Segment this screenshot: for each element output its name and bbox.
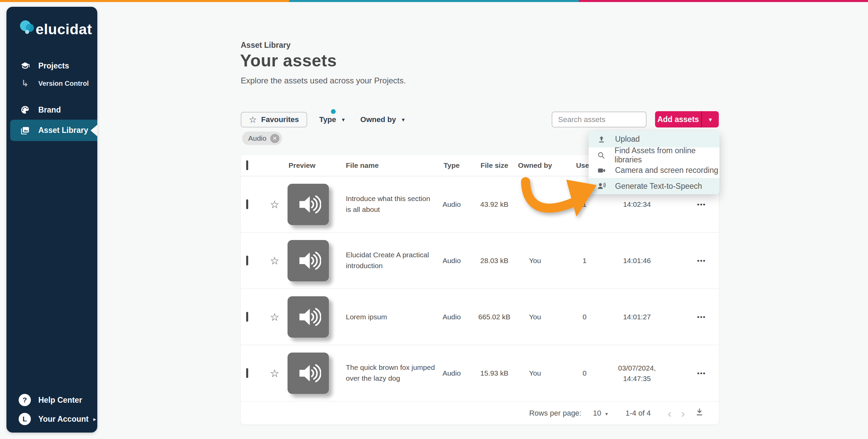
menu-item-label: Find Assets from online libraries <box>615 146 719 164</box>
add-assets-label: Add assets <box>657 115 699 124</box>
file-owner: You <box>515 313 555 321</box>
add-assets-button[interactable]: Add assets <box>655 111 701 127</box>
help-question-icon: ? <box>19 394 31 406</box>
download-icon[interactable] <box>695 408 704 419</box>
add-assets-split-button: Add assets ▾ <box>655 111 719 127</box>
select-all-checkbox[interactable] <box>246 160 248 170</box>
file-uses: 0 <box>564 313 606 321</box>
audio-speaker-icon[interactable] <box>288 184 329 225</box>
col-header-owned-by: Owned by <box>515 161 555 169</box>
filter-bar: ☆ Favourites Type ▾ Owned by ▾ <box>241 112 405 127</box>
owned-by-filter-dropdown[interactable]: Owned by ▾ <box>360 115 405 124</box>
file-owner: You <box>515 257 555 265</box>
audio-speaker-icon[interactable] <box>288 240 329 281</box>
file-size: 665.02 kB <box>472 313 517 321</box>
sidebar-footer: ? Help Center L Your Account ▸ <box>6 391 97 428</box>
your-account-label: Your Account <box>38 415 88 424</box>
search-assets-box <box>552 112 647 127</box>
help-center-label: Help Center <box>38 396 82 405</box>
add-assets-menu: Upload Find Assets from online libraries… <box>589 131 719 194</box>
row-checkbox[interactable] <box>246 312 248 322</box>
row-more-actions-button[interactable]: ••• <box>691 257 712 264</box>
favourite-star-icon[interactable]: ☆ <box>268 255 281 267</box>
row-more-actions-button[interactable]: ••• <box>691 313 712 321</box>
file-name[interactable]: Lorem ipsum <box>346 311 437 322</box>
file-type: Audio <box>431 200 473 208</box>
elucidat-logo[interactable]: elucidat <box>6 7 97 41</box>
sidebar-item-label: Asset Library <box>38 126 88 135</box>
breadcrumb: Asset Library <box>241 41 291 50</box>
previous-page-button[interactable]: ‹ <box>668 407 671 419</box>
table-row: ☆ Lorem ipsum Audio 665.02 kB You 0 14:0… <box>241 289 719 345</box>
image-library-icon <box>20 126 30 135</box>
search-input[interactable] <box>558 115 656 124</box>
file-uses: 1 <box>564 257 606 265</box>
type-filter-dropdown[interactable]: Type ▾ <box>319 115 345 124</box>
favourite-star-icon[interactable]: ☆ <box>268 198 281 211</box>
menu-item-find-assets[interactable]: Find Assets from online libraries <box>589 147 719 163</box>
file-owner: You <box>515 369 555 377</box>
file-type: Audio <box>431 369 473 377</box>
file-name[interactable]: Elucidat Create A practical introduction <box>346 250 437 272</box>
menu-item-generate-tts[interactable]: Generate Text-to-Speech <box>589 178 719 194</box>
rows-per-page-value: 10 <box>593 409 601 417</box>
file-type: Audio <box>431 313 473 321</box>
sidebar-item-projects[interactable]: Projects <box>10 57 97 75</box>
table-row: ☆ Elucidat Create A practical introducti… <box>241 233 719 289</box>
file-uses: 0 <box>564 369 606 377</box>
rows-per-page-label: Rows per page: <box>529 409 581 418</box>
chevron-down-icon: ▾ <box>709 116 712 123</box>
voice-over-icon <box>597 182 606 191</box>
your-account-link[interactable]: L Your Account ▸ <box>6 410 97 428</box>
color-bar-teal <box>289 0 578 2</box>
chevron-right-icon: ▸ <box>93 416 96 422</box>
row-checkbox[interactable] <box>246 368 248 378</box>
elucidat-logo-icon <box>17 18 38 41</box>
help-center-link[interactable]: ? Help Center <box>6 391 97 410</box>
type-label: Type <box>319 115 336 124</box>
type-filter-active-indicator <box>331 109 336 114</box>
row-checkbox[interactable] <box>246 199 248 209</box>
favourite-star-icon[interactable]: ☆ <box>268 311 281 323</box>
sidebar-item-version-control[interactable]: ↳ Version Control <box>10 75 97 92</box>
sidebar-item-asset-library[interactable]: Asset Library <box>10 120 97 141</box>
file-name[interactable]: The quick brown fox jumped over the lazy… <box>346 362 437 384</box>
favourites-filter-button[interactable]: ☆ Favourites <box>241 112 307 127</box>
remove-filter-icon[interactable]: × <box>270 134 279 143</box>
brand-color-bar <box>0 0 868 2</box>
file-size: 28.03 kB <box>472 257 517 265</box>
owned-by-label: Owned by <box>360 115 396 124</box>
audio-speaker-icon[interactable] <box>288 296 329 338</box>
file-type: Audio <box>431 257 473 265</box>
menu-item-upload[interactable]: Upload <box>589 131 719 147</box>
menu-item-camera-recording[interactable]: Camera and screen recording <box>589 163 719 178</box>
file-size: 43.92 kB <box>472 200 517 208</box>
chevron-down-icon: ▾ <box>402 116 405 123</box>
row-checkbox[interactable] <box>246 256 248 265</box>
file-date: 14:02:34 <box>612 199 662 210</box>
col-header-file-size: File size <box>472 161 517 169</box>
sidebar-item-brand[interactable]: Brand <box>10 101 97 119</box>
file-name[interactable]: Introduce what this section is all about <box>346 193 437 215</box>
sidebar-item-label: Version Control <box>38 80 89 87</box>
file-date: 03/07/2024, 14:47:35 <box>612 362 662 384</box>
pagination-range: 1-4 of 4 <box>626 409 651 418</box>
rows-per-page-select[interactable]: 10▾ <box>593 409 608 418</box>
row-more-actions-button[interactable]: ••• <box>691 370 712 377</box>
file-date: 14:01:46 <box>612 255 662 266</box>
favourite-star-icon[interactable]: ☆ <box>268 367 281 379</box>
upload-icon <box>597 135 606 144</box>
next-page-button[interactable]: › <box>681 407 685 419</box>
asset-library-page: elucidat Projects ↳ Version Control <box>0 0 868 439</box>
projects-layers-icon <box>20 61 30 71</box>
add-assets-menu-toggle[interactable]: ▾ <box>702 111 719 127</box>
audio-filter-chip[interactable]: Audio × <box>242 132 282 145</box>
search-icon <box>597 151 606 160</box>
table-pagination: Rows per page: 10▾ 1-4 of 4 ‹ › <box>241 402 719 424</box>
videocam-icon <box>597 166 606 175</box>
row-more-actions-button[interactable]: ••• <box>691 201 712 208</box>
sidebar-item-label: Projects <box>38 61 69 71</box>
audio-speaker-icon[interactable] <box>288 353 329 394</box>
logo-wordmark: elucidat <box>36 21 92 38</box>
star-outline-icon: ☆ <box>249 115 257 125</box>
